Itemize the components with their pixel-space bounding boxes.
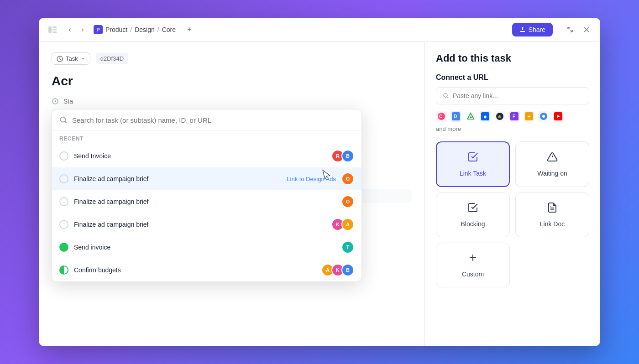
search-input-row xyxy=(52,109,361,131)
avatar: T xyxy=(341,241,354,254)
task-title: Acr xyxy=(52,74,412,88)
blocking-label: Blocking xyxy=(461,220,485,228)
recent-section-label: Recent xyxy=(52,131,361,145)
task-row[interactable]: Finalize ad campaign briefLink to Design… xyxy=(52,167,361,190)
titlebar: ‹ › P Product / Design / Core ＋ Share xyxy=(39,18,600,42)
task-row[interactable]: Send invoiceT xyxy=(52,236,361,259)
blocking-icon xyxy=(467,202,478,216)
task-name-label: Send Invoice xyxy=(74,152,326,160)
task-link-label: Link to Design Ads xyxy=(287,176,336,182)
right-panel: Add to this task Connect a URL C D xyxy=(424,42,600,346)
avatar: B xyxy=(341,264,354,276)
search-icon xyxy=(59,116,68,124)
avatar: O xyxy=(341,172,354,185)
task-status-icon xyxy=(59,243,68,252)
search-icon-small xyxy=(443,93,449,99)
link-doc-card[interactable]: Link Doc xyxy=(515,192,589,237)
waiting-on-card[interactable]: Waiting on xyxy=(515,141,589,187)
task-status-icon xyxy=(59,265,68,275)
svg-rect-0 xyxy=(48,26,52,33)
task-row[interactable]: Finalize ad campaign briefKA xyxy=(52,213,361,236)
breadcrumb-product[interactable]: Product xyxy=(105,26,127,33)
breadcrumb-design[interactable]: Design xyxy=(135,26,155,33)
task-status-icon xyxy=(59,174,68,183)
left-panel: Task d2Df34D Acr Sta Ass Tag xyxy=(39,42,424,346)
chrome-icon[interactable] xyxy=(538,111,549,122)
search-input[interactable] xyxy=(72,116,354,124)
project-icon: P xyxy=(94,25,103,34)
custom-card[interactable]: Custom xyxy=(436,243,510,287)
nav-arrows: ‹ › xyxy=(64,24,88,35)
task-row[interactable]: Send InvoiceRB xyxy=(52,145,361,167)
task-name-label: Send invoice xyxy=(74,244,336,251)
avatar-group: O xyxy=(341,195,354,208)
svg-point-8 xyxy=(61,117,66,122)
task-name-label: Confirm budgets xyxy=(74,266,316,274)
svg-text:✦: ✦ xyxy=(527,114,531,119)
add-tab-button[interactable]: ＋ xyxy=(183,23,196,36)
link-task-icon xyxy=(467,151,478,165)
status-icon xyxy=(52,98,59,105)
docs-icon[interactable]: D xyxy=(450,111,461,122)
avatar-group: KA xyxy=(331,218,354,231)
search-dropdown: Recent Send InvoiceRBFinalize ad campaig… xyxy=(52,109,362,282)
avatar: A xyxy=(341,218,354,231)
ai-icon[interactable]: ✦ xyxy=(524,111,534,122)
connect-url-label: Connect a URL xyxy=(436,73,589,82)
custom-icon xyxy=(467,252,478,266)
link-doc-icon xyxy=(547,202,558,216)
window-controls xyxy=(564,23,593,36)
svg-point-25 xyxy=(542,115,545,118)
svg-text:◆: ◆ xyxy=(483,114,487,119)
svg-rect-2 xyxy=(52,29,57,30)
svg-text:D: D xyxy=(454,114,457,119)
task-name-label: Finalize ad campaign brief xyxy=(74,221,326,228)
action-cards: Link Task Waiting on xyxy=(436,141,589,237)
task-type-badge[interactable]: Task xyxy=(52,52,90,65)
custom-label: Custom xyxy=(462,270,484,278)
sidebar-toggle-button[interactable] xyxy=(46,23,59,36)
waiting-on-label: Waiting on xyxy=(537,170,567,177)
avatar-group: T xyxy=(341,241,354,254)
svg-rect-1 xyxy=(52,26,57,28)
expand-button[interactable] xyxy=(564,23,576,36)
svg-text:⊛: ⊛ xyxy=(498,114,502,119)
avatar-group: RB xyxy=(331,150,354,162)
back-button[interactable]: ‹ xyxy=(64,24,75,35)
link-task-card[interactable]: Link Task xyxy=(436,141,510,187)
svg-text:F: F xyxy=(513,114,515,119)
gdrive-icon[interactable]: ▲ xyxy=(465,111,476,122)
svg-rect-3 xyxy=(52,31,57,33)
waiting-on-icon xyxy=(547,151,558,165)
url-input-box[interactable] xyxy=(436,87,589,104)
dropbox-icon[interactable]: ◆ xyxy=(480,111,491,122)
youtube-icon[interactable] xyxy=(553,111,564,122)
breadcrumb: P Product / Design / Core xyxy=(94,25,176,34)
task-name-label: Finalize ad campaign brief xyxy=(74,175,281,182)
share-button[interactable]: Share xyxy=(512,23,553,36)
avatar-group: O xyxy=(341,172,354,185)
task-name-label: Finalize ad campaign brief xyxy=(74,198,336,205)
right-panel-title: Add to this task xyxy=(436,52,589,64)
svg-point-9 xyxy=(444,94,447,97)
figma-icon[interactable]: F xyxy=(509,111,520,122)
task-row[interactable]: Confirm budgetsAKB xyxy=(52,259,361,281)
clickup-icon[interactable]: C xyxy=(436,111,447,122)
svg-text:▲: ▲ xyxy=(469,114,473,119)
task-meta-row: Task d2Df34D xyxy=(52,52,412,65)
task-status-icon xyxy=(59,220,68,229)
avatar: O xyxy=(341,195,354,208)
main-content: Task d2Df34D Acr Sta Ass Tag xyxy=(39,42,600,346)
integrations-row: C D ▲ ◆ ⊛ xyxy=(436,111,589,132)
github-icon[interactable]: ⊛ xyxy=(494,111,505,122)
task-field-status[interactable]: Sta xyxy=(52,98,412,105)
svg-text:C: C xyxy=(439,114,442,119)
url-input[interactable] xyxy=(453,92,582,99)
close-button[interactable] xyxy=(580,23,593,36)
breadcrumb-core[interactable]: Core xyxy=(162,26,176,33)
task-row[interactable]: Finalize ad campaign briefO xyxy=(52,190,361,213)
main-window: ‹ › P Product / Design / Core ＋ Share xyxy=(39,18,600,346)
blocking-card[interactable]: Blocking xyxy=(436,192,510,237)
forward-button[interactable]: › xyxy=(77,24,88,35)
task-id-badge: d2Df34D xyxy=(96,53,128,64)
